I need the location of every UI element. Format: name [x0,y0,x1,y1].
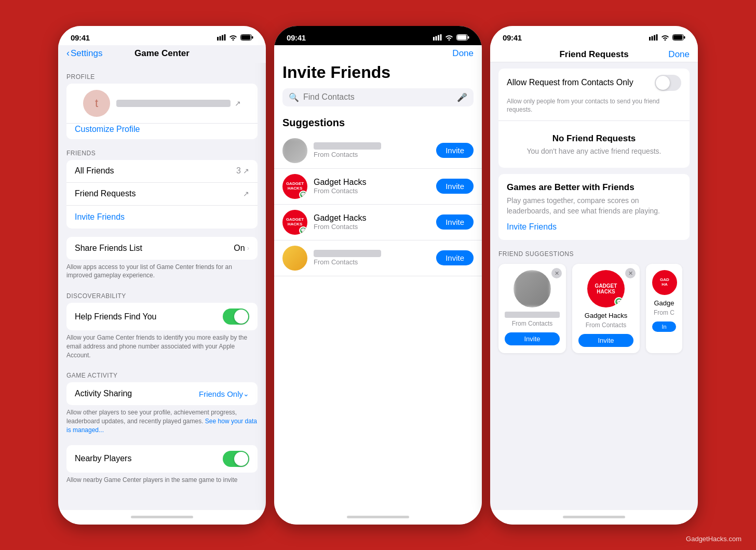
game-activity-header: GAME ACTIVITY [58,361,266,382]
phone-1: 09:41 ‹ Settings Game Center PROFILE t [58,26,266,525]
search-icon: 🔍 [289,92,299,102]
nearby-players-item[interactable]: Nearby Players [66,445,258,473]
p3-nav: Friend Requests Done [490,45,698,62]
back-button[interactable]: ‹ Settings [66,48,102,59]
search-bar[interactable]: 🔍 🎤 [282,88,474,106]
friend-invite-2[interactable]: Invite [578,334,633,347]
contact-source-4: From Contacts [314,258,430,266]
no-friend-requests: No Friend Requests You don't have any ac… [498,121,690,168]
all-friends-item[interactable]: All Friends 3 ↗ [66,160,258,183]
svg-rect-12 [468,36,469,39]
invite-button-4[interactable]: Invite [436,250,474,265]
help-find-item[interactable]: Help Friends Find You [66,303,258,330]
friend-card-3: GADHA Gadge From C In [646,264,682,353]
battery-icon-2 [456,34,469,41]
activity-sharing-desc: Allow other players to see your profile,… [58,405,266,436]
svg-rect-7 [433,37,435,41]
time-3: 09:41 [503,33,522,42]
status-bar-3: 09:41 [490,26,698,45]
contact-name-blur-4 [314,250,381,257]
friend-name-2: Gadget Hacks [578,312,633,319]
invite-button-1[interactable]: Invite [436,143,474,158]
friend-avatar-1 [514,270,551,307]
customize-profile-link[interactable]: Customize Profile [75,125,140,133]
svg-rect-5 [252,36,253,39]
friend-requests-content: Allow Request from Contacts Only Allow o… [490,62,698,510]
game-activity-group: Activity Sharing Friends Only ⌄ [66,382,258,405]
contact-avatar-3: GADGETHACKS 💬 [282,210,307,235]
avatar-blur-1 [282,138,307,163]
close-icon-1[interactable]: ✕ [551,268,562,278]
allow-request-row[interactable]: Allow Request from Contacts Only [498,69,690,97]
profile-row[interactable]: t ↗ [75,84,249,123]
phone-2: 09:41 Done Invite Friends 🔍 🎤 Suggestion… [274,26,482,525]
status-bar-1: 09:41 [58,26,266,45]
invite-friends-item[interactable]: Invite Friends [66,206,258,229]
contact-row-1: From Contacts Invite [274,133,482,169]
profile-name-blur [116,100,231,107]
external-link-icon: ↗ [235,99,241,108]
home-indicator-2 [274,510,482,525]
done-button-3[interactable]: Done [668,49,690,60]
invite-friends-link[interactable]: Invite Friends [507,222,557,231]
svg-rect-13 [457,35,467,40]
gadget-hacks-logo-2: GADGETHACKS [286,218,304,227]
invite-button-2[interactable]: Invite [436,179,474,194]
share-friends-label: Share Friends List [75,244,234,253]
friend-invite-1[interactable]: Invite [505,332,560,345]
friend-avatar-3: GADHA [652,270,677,295]
phone-3: 09:41 Friend Requests Done Allow Request… [490,26,698,525]
help-find-label: Help Friends Find You [75,312,223,321]
search-input[interactable] [303,92,453,102]
nearby-players-toggle[interactable] [223,451,249,467]
friend-avatar-2: GADGETHACKS 💬 [587,270,625,307]
invite-friends-title: Invite Friends [274,61,482,88]
friend-suggestions-header: FRIEND SUGGESTIONS [490,246,698,260]
friends-header: FRIENDS [58,139,266,160]
friend-card-2: ✕ GADGETHACKS 💬 Gadget Hacks From Contac… [572,264,640,353]
friend-name-3: Gadge [652,299,676,307]
home-bar-3 [563,516,625,518]
svg-rect-9 [438,35,439,41]
friend-requests-label: Friend Requests [75,189,243,198]
svg-rect-16 [654,35,655,41]
nav-title-1: Game Center [134,48,190,59]
toggle-thumb [234,310,248,324]
no-friend-desc: You don't have any active friend request… [507,147,681,155]
battery-icon [240,34,253,41]
friend-invite-3[interactable]: In [652,321,676,332]
svg-rect-8 [436,36,437,41]
svg-rect-3 [224,34,226,41]
contact-info-3: Gadget Hacks From Contacts [314,213,430,231]
activity-sharing-item[interactable]: Activity Sharing Friends Only ⌄ [66,382,258,405]
wifi-icon-3 [661,34,669,41]
contact-avatar-2: GADGETHACKS 💬 [282,174,307,199]
nav-bar-1: ‹ Settings Game Center [58,45,266,63]
wifi-icon [229,34,237,41]
all-friends-label: All Friends [75,166,236,176]
battery-icon-3 [672,34,685,41]
discoverability-header: DISCOVERABILITY [58,282,266,303]
contact-info-2: Gadget Hacks From Contacts [314,178,430,195]
invite-friends-content: Done Invite Friends 🔍 🎤 Suggestions From… [274,45,482,510]
avatar: t [83,90,110,117]
help-find-toggle[interactable] [223,308,249,325]
friend-requests-item[interactable]: Friend Requests ↗ [66,183,258,206]
friend-requests-arrow: ↗ [243,190,249,198]
invite-button-3[interactable]: Invite [436,214,474,230]
time-2: 09:41 [287,33,306,42]
settings-content: PROFILE t ↗ Customize Profile FRIENDS Al… [58,63,266,510]
close-icon-2[interactable]: ✕ [625,268,636,278]
allow-request-toggle[interactable] [655,75,681,91]
contact-source-1: From Contacts [314,151,430,158]
contact-row-3: GADGETHACKS 💬 Gadget Hacks From Contacts… [274,205,482,240]
svg-rect-17 [656,34,658,41]
status-bar-2: 09:41 [274,26,482,45]
discoverability-group: Help Friends Find You [66,303,258,330]
contact-row-4: From Contacts Invite [274,240,482,276]
share-friends-item[interactable]: Share Friends List On › [66,237,258,260]
share-friends-group: Share Friends List On › [66,237,258,260]
done-button-2[interactable]: Done [452,48,474,59]
allow-request-label: Allow Request from Contacts Only [507,78,655,87]
svg-rect-19 [684,36,685,39]
